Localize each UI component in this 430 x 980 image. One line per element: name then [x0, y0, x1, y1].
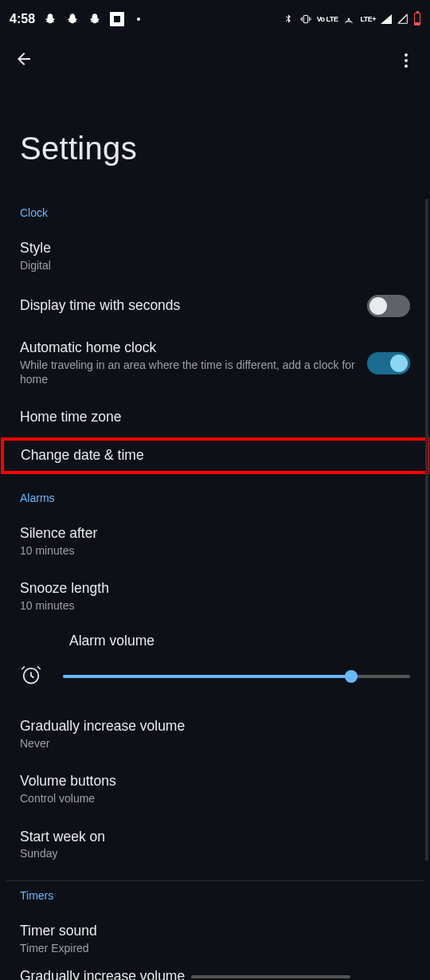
- status-time: 4:58: [10, 12, 35, 26]
- section-header-timers: Timers: [0, 881, 430, 911]
- setting-display-seconds[interactable]: Display time with seconds: [0, 284, 430, 328]
- status-bar: 4:58 Vo LTE LTE+: [0, 0, 430, 38]
- setting-title: Gradually increase volume: [20, 718, 410, 735]
- setting-timer-sound[interactable]: Timer sound Timer Expired: [0, 911, 430, 966]
- setting-title: Volume buttons: [20, 773, 410, 790]
- signal-icon: [381, 14, 392, 24]
- battery-low-icon: [414, 13, 420, 25]
- no-signal-icon: [397, 13, 409, 25]
- setting-value: Timer Expired: [20, 942, 410, 956]
- setting-title: Silence after: [20, 525, 410, 543]
- setting-value: 10 minutes: [20, 599, 410, 613]
- snapchat-icon: [65, 12, 80, 26]
- setting-title: Change date & time: [21, 447, 409, 465]
- section-header-alarms: Alarms: [0, 474, 430, 514]
- setting-value: Sunday: [20, 847, 410, 861]
- display-seconds-toggle[interactable]: [367, 295, 410, 317]
- more-options-button[interactable]: [397, 51, 416, 70]
- setting-title: Home time zone: [20, 409, 410, 426]
- snapchat-icon: [88, 12, 102, 26]
- alarm-volume-slider[interactable]: [63, 675, 410, 678]
- setting-timer-gradual-volume[interactable]: Gradually increase volume: [0, 966, 430, 980]
- scroll-indicator: [425, 199, 428, 860]
- setting-title: Timer sound: [20, 923, 410, 940]
- lte-indicator: LTE+: [360, 15, 376, 23]
- setting-value: Digital: [20, 259, 410, 273]
- svg-point-1: [348, 18, 350, 21]
- setting-value: 10 minutes: [20, 544, 410, 559]
- setting-snooze-length[interactable]: Snooze length 10 minutes: [0, 569, 430, 624]
- app-bar: [0, 38, 430, 83]
- setting-subtitle: While traveling in an area where the tim…: [20, 359, 358, 386]
- notification-dot-icon: [137, 18, 140, 21]
- setting-title: Display time with seconds: [20, 297, 358, 315]
- setting-title: Start week on: [20, 829, 410, 846]
- setting-change-date-time[interactable]: Change date & time: [1, 437, 429, 474]
- section-header-clock: Clock: [0, 198, 430, 229]
- alarm-volume-label: Alarm volume: [20, 633, 410, 649]
- svg-rect-0: [303, 15, 307, 22]
- setting-value: Never: [20, 737, 410, 751]
- volte-icon: Vo LTE: [317, 15, 338, 23]
- page-title: Settings: [0, 83, 430, 198]
- setting-title: Gradually increase volume: [20, 968, 185, 980]
- setting-title: Style: [20, 240, 410, 257]
- alarm-clock-icon: [20, 664, 42, 689]
- setting-gradually-increase-volume[interactable]: Gradually increase volume Never: [0, 707, 430, 762]
- picture-in-picture-icon: [110, 12, 124, 26]
- snapchat-icon: [43, 12, 57, 26]
- vibrate-icon: [299, 13, 312, 25]
- auto-home-clock-toggle[interactable]: [367, 352, 410, 374]
- setting-alarm-volume: Alarm volume: [0, 625, 430, 707]
- setting-value: Control volume: [20, 792, 410, 806]
- setting-home-time-zone[interactable]: Home time zone: [0, 398, 430, 437]
- back-button[interactable]: [14, 49, 33, 72]
- setting-start-week-on[interactable]: Start week on Sunday: [0, 817, 430, 872]
- setting-title: Snooze length: [20, 580, 410, 598]
- setting-auto-home-clock[interactable]: Automatic home clock While traveling in …: [0, 328, 430, 398]
- setting-title: Automatic home clock: [20, 339, 358, 357]
- hotspot-icon: [342, 13, 355, 25]
- setting-silence-after[interactable]: Silence after 10 minutes: [0, 514, 430, 569]
- setting-volume-buttons[interactable]: Volume buttons Control volume: [0, 762, 430, 817]
- setting-style[interactable]: Style Digital: [0, 229, 430, 284]
- timer-volume-slider[interactable]: [191, 975, 350, 978]
- bluetooth-icon: [282, 13, 295, 25]
